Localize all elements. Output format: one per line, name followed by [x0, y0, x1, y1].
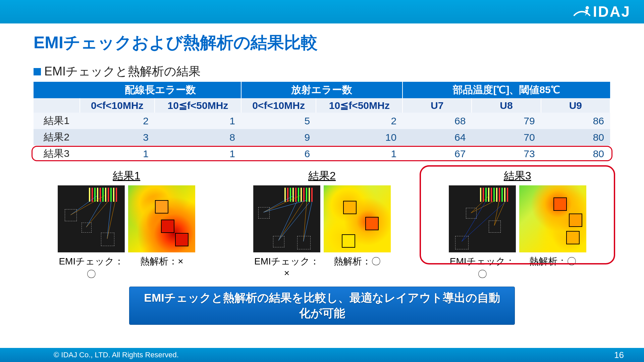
figure-row: 結果1 — [34, 167, 610, 281]
cell: 80 — [541, 145, 610, 162]
cell: 2 — [80, 113, 155, 129]
grp-hdr-rad: 放射エラー数 — [241, 82, 402, 98]
cell: 64 — [402, 129, 472, 145]
svg-line-14 — [304, 202, 312, 242]
svg-line-17 — [494, 202, 499, 226]
pcb-layout-image — [253, 185, 320, 252]
thermal-map-image — [519, 185, 586, 252]
section-title: EMIチェックと熱解析の結果 — [44, 63, 201, 80]
copyright-text: © IDAJ Co., LTD. All Rights Reserved. — [54, 351, 179, 359]
top-banner: IDAJ — [0, 0, 644, 23]
square-bullet-icon — [34, 68, 41, 75]
figure-group: 結果1 — [34, 167, 220, 281]
svg-line-7 — [264, 196, 293, 213]
results-table: 配線長エラー数 放射エラー数 部品温度[℃]、閾値85℃ 0<f<10MHz 1… — [34, 82, 610, 162]
cell: 3 — [80, 129, 155, 145]
svg-line-4 — [86, 202, 108, 227]
table-row: 結果1 2 1 5 2 68 79 86 — [34, 113, 610, 129]
sub-hdr: 10≦f<50MHz — [316, 98, 402, 113]
table-row: 結果3 1 1 6 1 67 73 80 — [34, 145, 610, 162]
thermal-map-image — [324, 185, 391, 252]
swoosh-person-icon — [574, 5, 590, 19]
cell: 1 — [80, 145, 155, 162]
sub-hdr: U8 — [472, 98, 541, 113]
emi-caption: EMIチェック：〇 — [449, 255, 516, 281]
figure-title: 結果2 — [231, 169, 413, 183]
svg-line-2 — [71, 196, 105, 215]
sub-hdr: 10≦f<50MHz — [155, 98, 241, 113]
svg-line-8 — [264, 196, 300, 213]
figure-title: 結果1 — [36, 169, 218, 183]
page-title: EMIチェックおよび熱解析の結果比較 — [34, 32, 610, 54]
svg-line-12 — [278, 202, 310, 241]
svg-line-6 — [107, 202, 115, 239]
conclusion-banner: EMIチェックと熱解析の結果を比較し、最適なレイアウト導出の自動化が可能 — [129, 287, 515, 325]
sub-hdr: 0<f<10MHz — [241, 98, 316, 113]
pcb-layout-image — [58, 185, 125, 252]
svg-line-11 — [278, 202, 303, 241]
cell: 79 — [472, 113, 541, 129]
cell: 5 — [241, 113, 316, 129]
emi-caption: EMIチェック：× — [253, 255, 320, 279]
brand-logo: IDAJ — [574, 3, 631, 20]
svg-line-20 — [462, 202, 505, 242]
heat-caption: 熱解析：〇 — [519, 255, 586, 281]
figure-group: 結果2 — [229, 167, 415, 281]
row-label: 結果3 — [34, 145, 80, 162]
cell: 1 — [155, 145, 241, 162]
heat-caption: 熱解析：× — [128, 255, 195, 281]
sub-hdr: 0<f<10MHz — [80, 98, 155, 113]
svg-line-3 — [86, 202, 101, 227]
svg-line-5 — [107, 202, 111, 239]
cell: 70 — [472, 129, 541, 145]
cell: 67 — [402, 145, 472, 162]
brand-name: IDAJ — [593, 3, 631, 20]
figure-group: 結果3 — [424, 167, 610, 281]
page-number: 16 — [614, 350, 624, 360]
thermal-map-image — [128, 185, 195, 252]
cell: 73 — [472, 145, 541, 162]
cell: 1 — [155, 113, 241, 129]
cell: 8 — [155, 129, 241, 145]
cell: 10 — [316, 129, 402, 145]
cell: 86 — [541, 113, 610, 129]
svg-line-1 — [71, 196, 97, 215]
cell: 2 — [316, 113, 402, 129]
row-label: 結果2 — [34, 129, 80, 145]
grp-hdr-temp: 部品温度[℃]、閾値85℃ — [402, 82, 610, 98]
section-header: EMIチェックと熱解析の結果 — [34, 63, 610, 80]
row-label: 結果1 — [34, 113, 80, 129]
pcb-layout-image — [449, 185, 516, 252]
svg-line-19 — [462, 202, 485, 242]
sub-hdr: U7 — [402, 98, 472, 113]
cell: 9 — [241, 129, 316, 145]
svg-line-18 — [494, 202, 505, 226]
sub-hdr: U9 — [541, 98, 610, 113]
cell: 1 — [316, 145, 402, 162]
svg-line-16 — [471, 200, 495, 213]
footer: © IDAJ Co., LTD. All Rights Reserved. 16 — [0, 348, 644, 362]
cell: 6 — [241, 145, 316, 162]
results-table-container: 配線長エラー数 放射エラー数 部品温度[℃]、閾値85℃ 0<f<10MHz 1… — [34, 82, 610, 162]
figure-title: 結果3 — [426, 169, 608, 183]
svg-point-0 — [586, 6, 589, 9]
svg-line-15 — [471, 196, 489, 213]
cell: 68 — [402, 113, 472, 129]
cell: 80 — [541, 129, 610, 145]
grp-hdr-wirelen: 配線長エラー数 — [80, 82, 241, 98]
emi-caption: EMIチェック：〇 — [58, 255, 125, 281]
heat-caption: 熱解析：〇 — [324, 255, 391, 279]
table-row: 結果2 3 8 9 10 64 70 80 — [34, 129, 610, 145]
